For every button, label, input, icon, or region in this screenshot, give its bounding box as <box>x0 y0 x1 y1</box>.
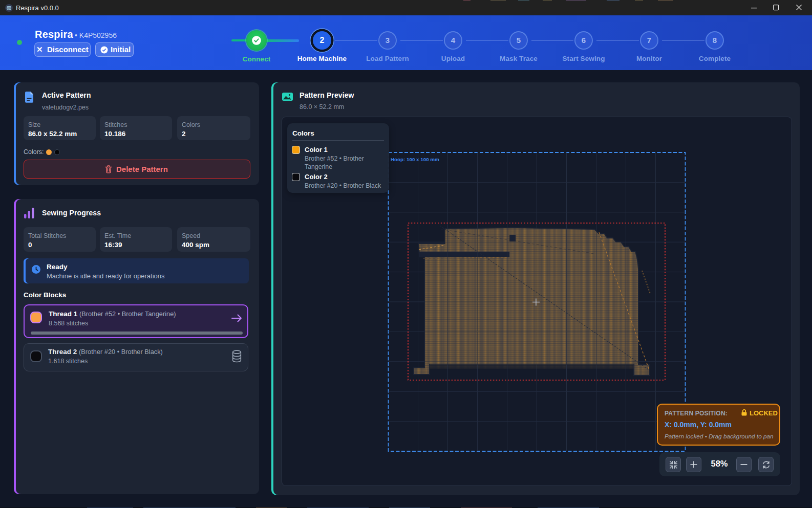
svg-text:Hoop: 100 x 100 mm: Hoop: 100 x 100 mm <box>391 157 439 162</box>
